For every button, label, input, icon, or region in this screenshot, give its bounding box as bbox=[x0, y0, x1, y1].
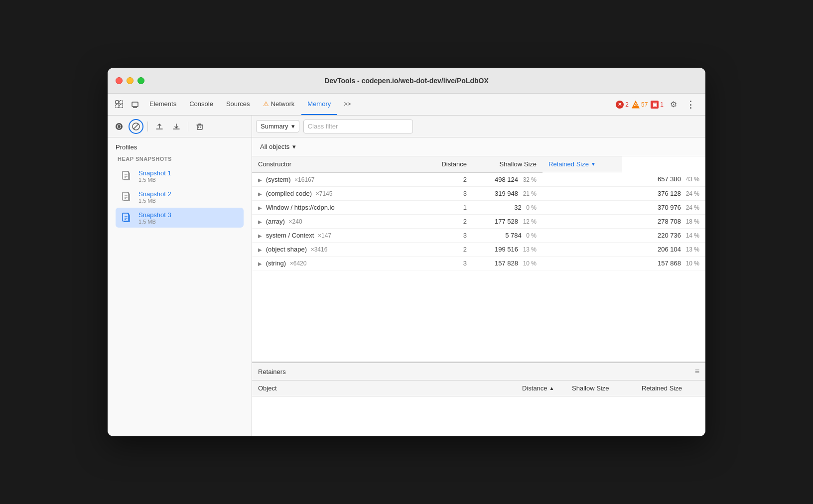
heap-table-wrapper: Constructor Distance Shallow Size Retain… bbox=[252, 156, 705, 436]
table-row[interactable]: ▶ system / Context ×147 3 5 784 0 % 220 … bbox=[252, 228, 705, 242]
retained-size-value: 206 104 13 % bbox=[542, 242, 705, 256]
nav-cursor-icon[interactable] bbox=[112, 94, 127, 115]
settings-button[interactable]: ⚙ bbox=[667, 98, 680, 112]
snapshot-2-item[interactable]: Snapshot 2 1.5 MB bbox=[116, 187, 244, 207]
all-objects-select[interactable]: All objects ▾ bbox=[260, 143, 296, 150]
col-header-retained[interactable]: Retained Size ▼ bbox=[542, 156, 622, 172]
shallow-size-value: 319 948 21 % bbox=[473, 186, 542, 200]
expand-arrow[interactable]: ▶ bbox=[258, 247, 262, 252]
col-header-distance[interactable]: Distance bbox=[433, 156, 473, 172]
download-button[interactable] bbox=[169, 119, 184, 134]
table-row[interactable]: ▶ (array) ×240 2 177 528 12 % 278 708 18… bbox=[252, 214, 705, 228]
toolbar-separator-2 bbox=[188, 122, 188, 131]
nav-memory-label: Memory bbox=[307, 100, 331, 108]
col-header-constructor[interactable]: Constructor bbox=[252, 156, 433, 172]
maximize-button[interactable] bbox=[137, 77, 144, 84]
svg-rect-20 bbox=[123, 192, 129, 200]
summary-select[interactable]: Summary ▾ bbox=[256, 120, 299, 132]
count-label: ×7145 bbox=[316, 190, 333, 197]
nav-device-icon[interactable] bbox=[128, 94, 142, 115]
network-warning-icon: ⚠ bbox=[263, 100, 269, 108]
right-panel: Summary ▾ All objects ▾ Co bbox=[252, 116, 705, 436]
expand-arrow[interactable]: ▶ bbox=[258, 191, 262, 197]
retained-size-value: 657 380 43 % bbox=[542, 172, 705, 186]
class-filter-input[interactable] bbox=[303, 120, 413, 133]
expand-arrow[interactable]: ▶ bbox=[258, 233, 262, 239]
expand-arrow[interactable]: ▶ bbox=[258, 205, 262, 211]
table-row[interactable]: ▶ (system) ×16167 2 498 124 32 % 657 380… bbox=[252, 172, 705, 186]
left-toolbar bbox=[108, 116, 252, 137]
profiles-title: Profiles bbox=[116, 143, 244, 151]
shallow-size-value: 157 828 10 % bbox=[473, 256, 542, 270]
snapshot-3-item[interactable]: Snapshot 3 1.5 MB bbox=[116, 208, 244, 228]
distance-value: 3 bbox=[433, 228, 473, 242]
svg-line-12 bbox=[134, 124, 138, 129]
shallow-size-value: 32 0 % bbox=[473, 200, 542, 214]
expand-arrow[interactable]: ▶ bbox=[258, 219, 262, 225]
minimize-button[interactable] bbox=[127, 77, 134, 84]
table-header-row: Constructor Distance Shallow Size Retain… bbox=[252, 156, 705, 172]
more-options-button[interactable]: ⋮ bbox=[683, 98, 697, 112]
count-label: ×3416 bbox=[311, 246, 328, 253]
nav-console[interactable]: Console bbox=[183, 94, 219, 115]
close-button[interactable] bbox=[116, 77, 123, 84]
table-row[interactable]: ▶ Window / https://cdpn.io 1 32 0 % 370 … bbox=[252, 200, 705, 214]
svg-rect-2 bbox=[116, 105, 119, 108]
snapshot-1-item[interactable]: Snapshot 1 1.5 MB bbox=[116, 166, 244, 186]
distance-value: 2 bbox=[433, 214, 473, 228]
col-header-shallow[interactable]: Shallow Size bbox=[473, 156, 542, 172]
title-bar: DevTools - codepen.io/web-dot-dev/live/P… bbox=[108, 68, 705, 94]
clear-profiles-button[interactable] bbox=[129, 119, 143, 134]
retainers-distance-label: Distance bbox=[522, 384, 547, 392]
expand-arrow[interactable]: ▶ bbox=[258, 177, 262, 183]
retainers-table-header: Object Distance ▲ Shallow Size Retained … bbox=[252, 380, 705, 396]
record-button[interactable] bbox=[112, 119, 127, 134]
table-row[interactable]: ▶ (compiled code) ×7145 3 319 948 21 % 3… bbox=[252, 186, 705, 200]
retainers-dist-sort-icon: ▲ bbox=[549, 385, 554, 391]
retainers-menu-icon[interactable]: ≡ bbox=[695, 367, 699, 376]
warning-badge: ⚠ 57 bbox=[632, 101, 648, 109]
heap-table: Constructor Distance Shallow Size Retain… bbox=[252, 156, 705, 362]
count-label: ×16167 bbox=[294, 176, 314, 183]
svg-rect-16 bbox=[123, 171, 129, 179]
count-label: ×240 bbox=[289, 218, 302, 225]
retainers-col-shallow[interactable]: Shallow Size bbox=[566, 380, 636, 396]
snapshot-3-info: Snapshot 3 1.5 MB bbox=[138, 211, 240, 225]
nav-elements[interactable]: Elements bbox=[143, 94, 182, 115]
sort-desc-icon: ▼ bbox=[591, 161, 596, 167]
nav-badges: ✕ 2 ⚠ 57 ▣ 1 ⚙ ⋮ bbox=[612, 94, 701, 115]
nav-network[interactable]: ⚠ Network bbox=[257, 94, 301, 115]
collect-garbage-button[interactable] bbox=[192, 119, 207, 134]
traffic-lights bbox=[116, 77, 144, 84]
svg-rect-1 bbox=[120, 101, 123, 104]
nav-sources[interactable]: Sources bbox=[220, 94, 256, 115]
retainers-body bbox=[252, 396, 705, 436]
snapshot-2-info: Snapshot 2 1.5 MB bbox=[138, 190, 240, 204]
heap-table-body: ▶ (system) ×16167 2 498 124 32 % 657 380… bbox=[252, 172, 705, 270]
shallow-size-value: 177 528 12 % bbox=[473, 214, 542, 228]
retained-size-value: 157 868 10 % bbox=[542, 256, 705, 270]
error-count: 2 bbox=[625, 101, 629, 108]
table-row[interactable]: ▶ (string) ×6420 3 157 828 10 % 157 868 … bbox=[252, 256, 705, 270]
snapshot-3-size: 1.5 MB bbox=[138, 219, 240, 225]
nav-more-label: >> bbox=[344, 101, 351, 108]
svg-rect-0 bbox=[116, 101, 119, 104]
nav-memory[interactable]: Memory bbox=[301, 94, 337, 115]
shallow-size-value: 5 784 0 % bbox=[473, 228, 542, 242]
snapshot-1-info: Snapshot 1 1.5 MB bbox=[138, 169, 240, 183]
expand-arrow[interactable]: ▶ bbox=[258, 261, 262, 266]
snapshot-3-name: Snapshot 3 bbox=[138, 211, 240, 219]
upload-button[interactable] bbox=[152, 119, 167, 134]
retained-size-value: 278 708 18 % bbox=[542, 214, 705, 228]
count-label: ×147 bbox=[318, 232, 331, 239]
retainers-header: Retainers ≡ bbox=[252, 363, 705, 380]
devtools-window: DevTools - codepen.io/web-dot-dev/live/P… bbox=[108, 68, 705, 436]
nav-more[interactable]: >> bbox=[338, 94, 357, 115]
table-row[interactable]: ▶ (object shape) ×3416 2 199 516 13 % 20… bbox=[252, 242, 705, 256]
info-badge-icon: ▣ bbox=[651, 101, 659, 109]
retainers-col-distance[interactable]: Distance ▲ bbox=[516, 380, 566, 396]
svg-rect-4 bbox=[132, 102, 138, 107]
retainers-col-retained[interactable]: Retained Size bbox=[636, 380, 705, 396]
snapshot-icon-3 bbox=[120, 211, 134, 225]
retainers-col-object[interactable]: Object bbox=[252, 380, 516, 396]
